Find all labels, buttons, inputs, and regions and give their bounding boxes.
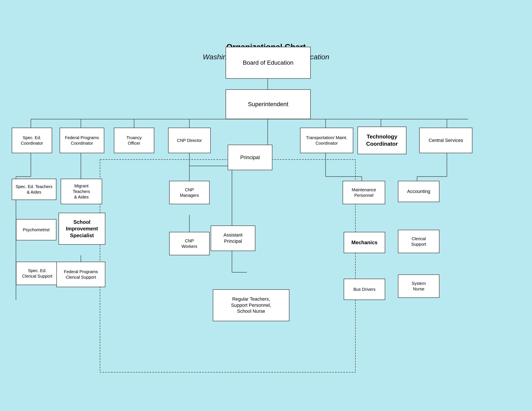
transport-coord-box: Transportation/ Maint.Coordinator: [300, 128, 353, 153]
central-services-box: Central Services: [419, 128, 472, 153]
maintenance-box: MaintenancePersonnel: [342, 181, 385, 204]
spec-ed-teachers-box: Spec. Ed. Teachers& Aides: [12, 179, 57, 200]
school-improvement-box: SchoolImprovementSpecialist: [58, 213, 105, 245]
mechanics-box: Mechanics: [344, 232, 385, 253]
bus-drivers-box: Bus Drivers: [344, 279, 385, 300]
accounting-box: Accounting: [398, 181, 439, 202]
cnp-workers-box: CNPWorkers: [169, 232, 209, 255]
superintendent-box: Superintendent: [226, 89, 311, 119]
federal-prog-coord-box: Federal ProgramsCoordinator: [60, 128, 104, 153]
truancy-officer-box: TruancyOfficer: [114, 128, 154, 153]
system-nurse-box: SystemNurse: [398, 274, 439, 298]
regular-teachers-box: Regular Teachers,Support Personnel,Schoo…: [213, 289, 289, 321]
svg-rect-41: [100, 159, 355, 372]
migrant-teachers-box: MigrantTeachers& Aides: [61, 179, 102, 204]
cnp-director-box: CNP Director: [168, 128, 211, 153]
federal-prog-clerical-box: Federal ProgramsClerical Support: [57, 262, 105, 287]
board-of-education-box: Board of Education: [226, 47, 311, 79]
assistant-principal-box: AssistantPrincipal: [211, 225, 255, 251]
psychometrist-box: Psychometrist: [16, 219, 57, 240]
org-chart: Organizational Chart Washington County B…: [0, 0, 532, 411]
spec-ed-coord-box: Spec. Ed.Coordinator: [12, 128, 52, 153]
clerical-support-box: ClericalSupport: [398, 230, 439, 253]
technology-coord-box: TechnologyCoordinator: [358, 127, 407, 154]
principal-box: Principal: [228, 145, 272, 170]
spec-ed-clerical-box: Spec. Ed.Clerical Support: [16, 262, 58, 285]
cnp-managers-box: CNPManagers: [169, 181, 209, 204]
